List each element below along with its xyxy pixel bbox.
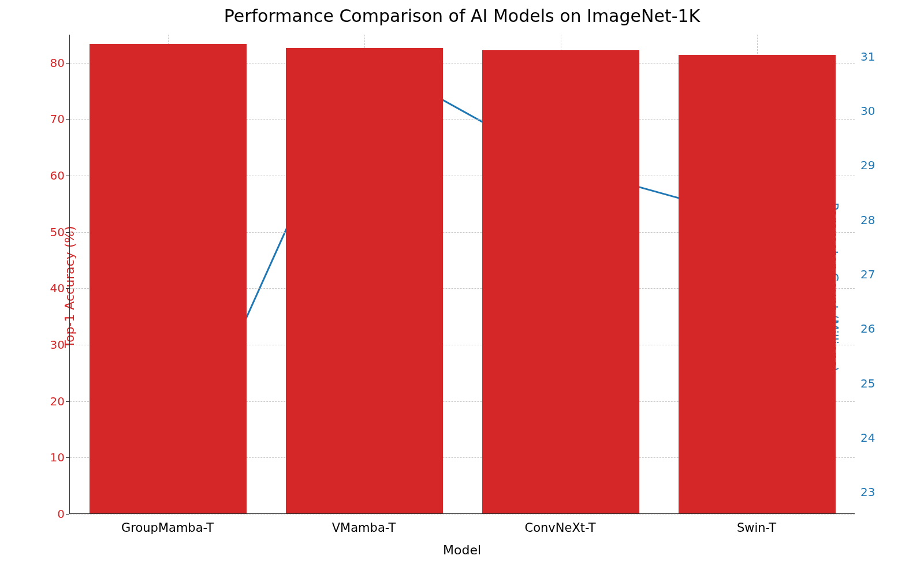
- y2-tick-label: 28: [860, 213, 895, 227]
- y1-tick-mark: [66, 288, 69, 289]
- grid-line-h: [70, 514, 855, 515]
- bar: [679, 55, 836, 513]
- y1-tick-mark: [66, 119, 69, 120]
- bar: [286, 48, 443, 513]
- x-tick-label: GroupMamba-T: [121, 521, 214, 535]
- x-tick-label: Swin-T: [737, 521, 776, 535]
- y1-tick-label: 60: [42, 169, 65, 182]
- y1-tick-label: 70: [42, 112, 65, 126]
- y1-tick-label: 30: [42, 338, 65, 352]
- y1-tick-mark: [66, 232, 69, 233]
- y1-tick-label: 0: [42, 507, 65, 521]
- x-tick-label: ConvNeXt-T: [525, 521, 596, 535]
- y1-tick-label: 50: [42, 225, 65, 239]
- y1-tick-mark: [66, 176, 69, 176]
- y2-tick-label: 27: [860, 267, 895, 281]
- chart-container: Performance Comparison of AI Models on I…: [0, 0, 924, 574]
- bar: [482, 50, 639, 513]
- y1-tick-label: 10: [42, 450, 65, 464]
- x-tick-label: VMamba-T: [332, 521, 396, 535]
- y2-tick-label: 26: [860, 322, 895, 336]
- y1-tick-mark: [66, 345, 69, 345]
- plot-area: [69, 35, 855, 514]
- y2-tick-label: 31: [860, 50, 895, 64]
- y1-tick-mark: [66, 401, 69, 402]
- y1-tick-label: 40: [42, 281, 65, 295]
- y2-tick-label: 29: [860, 158, 895, 172]
- y1-tick-label: 80: [42, 56, 65, 70]
- chart-title: Performance Comparison of AI Models on I…: [0, 6, 924, 26]
- y1-tick-label: 20: [42, 394, 65, 408]
- y2-tick-label: 24: [860, 431, 895, 445]
- y1-tick-mark: [66, 63, 69, 64]
- y2-tick-label: 23: [860, 485, 895, 499]
- y2-tick-label: 30: [860, 104, 895, 118]
- y2-tick-label: 25: [860, 377, 895, 390]
- param-line: [168, 57, 757, 492]
- bar: [90, 44, 247, 513]
- y1-tick-mark: [66, 457, 69, 458]
- y1-tick-mark: [66, 514, 69, 515]
- x-axis-label: Model: [0, 543, 924, 557]
